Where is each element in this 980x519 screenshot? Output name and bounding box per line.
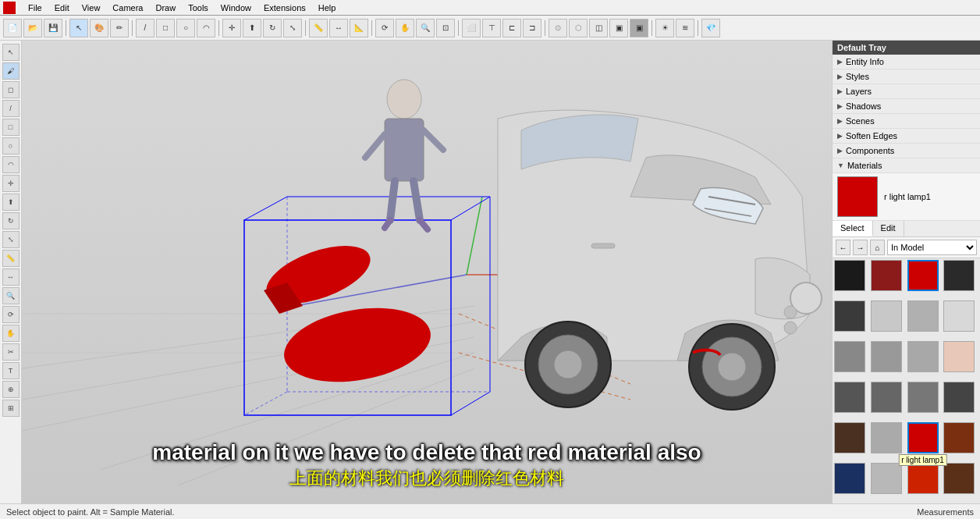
tool-move[interactable]: ✛: [2, 175, 20, 192]
toolbar-paint[interactable]: 🎨: [90, 19, 108, 37]
menu-view[interactable]: View: [79, 3, 104, 12]
toolbar-top[interactable]: ⊤: [482, 19, 501, 37]
toolbar-right[interactable]: ⊐: [523, 19, 541, 37]
material-cell-4[interactable]: [834, 300, 865, 332]
tool-section[interactable]: ✂: [2, 343, 20, 361]
tool-dimension2[interactable]: ↔: [2, 268, 20, 286]
toolbar-arc[interactable]: ◠: [197, 19, 215, 37]
tool-erase[interactable]: ◻: [2, 81, 20, 98]
tool-zoom2[interactable]: 🔍: [2, 287, 20, 304]
toolbar-orbit[interactable]: ⟳: [375, 19, 394, 37]
material-cell-17[interactable]: [871, 422, 902, 453]
toolbar-pan[interactable]: ✋: [396, 19, 414, 37]
tool-tape2[interactable]: 📏: [2, 250, 20, 267]
toolbar-save[interactable]: 💾: [44, 19, 62, 37]
material-cell-22[interactable]: [907, 463, 939, 494]
tray-item-materials[interactable]: ▼ Materials: [833, 158, 980, 173]
tray-item-layers[interactable]: ▶ Layers: [833, 84, 980, 99]
tool-arc[interactable]: ◠: [2, 156, 20, 173]
tray-item-softenedges[interactable]: ▶ Soften Edges: [833, 129, 980, 144]
material-cell-23[interactable]: [943, 463, 975, 494]
tool-push[interactable]: ⬆: [2, 194, 20, 211]
toolbar-zoomfit[interactable]: ⊡: [436, 19, 455, 37]
menu-edit[interactable]: Edit: [51, 3, 73, 12]
toolbar-move[interactable]: ✛: [222, 19, 241, 37]
toolbar-front[interactable]: ⊏: [502, 19, 521, 37]
mat-nav-home[interactable]: ⌂: [870, 240, 885, 255]
toolbar-circle[interactable]: ○: [176, 19, 195, 37]
material-cell-7[interactable]: [943, 300, 975, 332]
toolbar-zoom[interactable]: 🔍: [416, 19, 435, 37]
toolbar-ruby[interactable]: 💎: [701, 19, 720, 37]
tool-paint[interactable]: 🖌: [2, 62, 20, 80]
toolbar-rotate[interactable]: ↻: [263, 19, 282, 37]
material-cell-8[interactable]: [834, 341, 865, 372]
toolbar-select[interactable]: ↖: [69, 19, 88, 37]
mat-nav-forward[interactable]: →: [853, 240, 868, 255]
material-cell-12[interactable]: [834, 382, 865, 413]
3d-viewport[interactable]: material on it we have to delete that re…: [22, 41, 832, 503]
toolbar-wireframe[interactable]: ⬡: [569, 19, 588, 37]
tool-text[interactable]: T: [2, 362, 20, 379]
material-cell-2[interactable]: [907, 260, 939, 291]
material-cell-3[interactable]: [943, 260, 975, 291]
tray-item-scenes[interactable]: ▶ Scenes: [833, 114, 980, 129]
toolbar-protractor[interactable]: 📐: [350, 19, 368, 37]
tray-item-styles[interactable]: ▶ Styles: [833, 69, 980, 84]
tool-circle[interactable]: ○: [2, 137, 20, 155]
toolbar-fog[interactable]: ≋: [676, 19, 694, 37]
tool-select[interactable]: ↖: [2, 44, 20, 61]
material-cell-19[interactable]: [943, 422, 975, 453]
material-cell-21[interactable]: [871, 463, 902, 494]
tab-edit[interactable]: Edit: [873, 221, 904, 236]
tool-axis[interactable]: ⊕: [2, 381, 20, 398]
toolbar-tape[interactable]: 📏: [309, 19, 328, 37]
menu-help[interactable]: Help: [315, 3, 339, 12]
tray-item-shadows[interactable]: ▶ Shadows: [833, 99, 980, 114]
menu-extensions[interactable]: Extensions: [261, 3, 309, 12]
material-cell-5[interactable]: [871, 300, 902, 332]
toolbar-scale[interactable]: ⤡: [283, 19, 302, 37]
material-cell-20[interactable]: [834, 463, 865, 494]
material-cell-15[interactable]: [943, 382, 975, 413]
toolbar-xray[interactable]: ⊙: [549, 19, 567, 37]
tool-rect[interactable]: □: [2, 119, 20, 136]
material-cell-9[interactable]: [871, 341, 902, 372]
material-cell-0[interactable]: [834, 260, 865, 291]
toolbar-standard-views[interactable]: ⬜: [462, 19, 481, 37]
toolbar-textured[interactable]: ▣: [630, 19, 648, 37]
toolbar-shadows[interactable]: ☀: [655, 19, 674, 37]
menu-draw[interactable]: Draw: [152, 3, 179, 12]
toolbar-hiddenline[interactable]: ◫: [589, 19, 608, 37]
material-cell-18[interactable]: r light lamp1: [907, 422, 939, 453]
material-cell-11[interactable]: [943, 341, 975, 372]
material-cell-6[interactable]: [907, 300, 939, 332]
menu-camera[interactable]: Camera: [109, 3, 146, 12]
toolbar-shaded[interactable]: ▣: [609, 19, 628, 37]
toolbar-dimension[interactable]: ↔: [329, 19, 348, 37]
material-cell-10[interactable]: [907, 341, 939, 372]
material-cell-13[interactable]: [871, 382, 902, 413]
toolbar-line[interactable]: /: [136, 19, 154, 37]
material-cell-16[interactable]: [834, 422, 865, 453]
material-cell-14[interactable]: [907, 382, 939, 413]
toolbar-new[interactable]: 📄: [3, 19, 22, 37]
tray-item-entityinfo[interactable]: ▶ Entity Info: [833, 55, 980, 69]
tool-line[interactable]: /: [2, 100, 20, 117]
menu-file[interactable]: File: [25, 3, 45, 12]
tool-scale2[interactable]: ⤡: [2, 231, 20, 248]
material-cell-1[interactable]: [871, 260, 902, 291]
toolbar-erase[interactable]: ✏: [110, 19, 129, 37]
tray-item-components[interactable]: ▶ Components: [833, 144, 980, 158]
material-category-dropdown[interactable]: In Model Colors Brick and Cladding Fenci…: [887, 240, 977, 255]
tool-orbit2[interactable]: ⟳: [2, 306, 20, 323]
toolbar-rect[interactable]: □: [156, 19, 175, 37]
tab-select[interactable]: Select: [833, 221, 873, 236]
toolbar-open[interactable]: 📂: [23, 19, 42, 37]
menu-tools[interactable]: Tools: [185, 3, 211, 12]
mat-nav-back[interactable]: ←: [836, 240, 850, 255]
tool-pan2[interactable]: ✋: [2, 325, 20, 342]
tool-extra[interactable]: ⊞: [2, 400, 20, 417]
toolbar-push[interactable]: ⬆: [243, 19, 261, 37]
tool-rotate[interactable]: ↻: [2, 212, 20, 229]
